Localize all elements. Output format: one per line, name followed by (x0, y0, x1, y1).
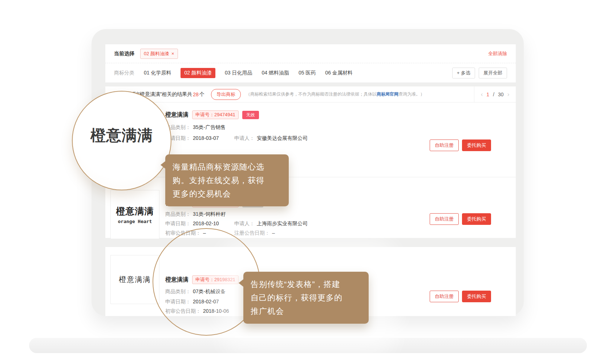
application-number-label: 申请号： (195, 112, 214, 117)
field-label: 申请人： (234, 221, 255, 226)
multi-select-button[interactable]: + 多选 (452, 68, 475, 78)
page-divider: / (493, 92, 494, 97)
category-row: 商标分类 01 化学原料 02 颜料油漆 03 日化用品 04 燃料油脂 05 … (105, 63, 516, 82)
self-register-button[interactable]: 自助注册 (430, 139, 459, 151)
category-row-label: 商标分类 (114, 70, 134, 76)
apply-date-field: 申请日期：2018-02-10 申请人：上海雨步实业有限公司 (165, 220, 407, 227)
trademark-name: 橙意满满 (165, 111, 189, 119)
field-label: 商品类别： (165, 211, 191, 217)
category-item-01[interactable]: 01 化学原料 (144, 70, 171, 76)
trademark-office-link[interactable]: 商标局官网 (377, 92, 398, 97)
prev-page-icon[interactable]: ‹ (481, 91, 483, 98)
self-register-button[interactable]: 自助注册 (430, 291, 459, 302)
disclaimer-pre: （商标检索结果仅供参考，不作为商标能否注册的法律依据；具体以 (246, 92, 377, 97)
field-label: 申请日期： (165, 221, 191, 226)
category-item-03[interactable]: 03 日化用品 (225, 70, 252, 76)
thumbnail-text: 橙意满满 (116, 205, 154, 217)
registration-publication-field: 注册公告日期：– (234, 229, 275, 236)
category-actions: + 多选 展开全部 (452, 68, 507, 78)
field-value: 2018-03-07 (193, 135, 219, 141)
selected-filter-tag[interactable]: 02 颜料油漆 × (140, 49, 178, 59)
field-label: 注册公告日期： (234, 230, 270, 236)
application-number-tag: 申请号：29474941 (192, 110, 239, 119)
category-field: 商品类别：35类-广告销售 (165, 124, 407, 131)
status-badge: 无效 (242, 111, 259, 119)
magnified-trademark-text: 橙意满满 (90, 125, 153, 146)
current-selection-label: 当前选择 (114, 50, 134, 57)
row-actions: 自助注册 委托购买 (430, 213, 491, 225)
category-item-05[interactable]: 05 医药 (299, 70, 316, 76)
category-item-02-active[interactable]: 02 颜料油漆 (181, 68, 215, 78)
row-actions: 自助注册 委托购买 (430, 139, 491, 151)
field-value: 安徽美达会展有限公司 (257, 135, 308, 141)
pagination: ‹ 1 / 30 › (474, 86, 516, 102)
field-value: 35类-广告销售 (193, 124, 226, 130)
filter-panel: 当前选择 02 颜料油漆 × 全部清除 商标分类 01 化学原料 02 颜料油漆… (105, 44, 516, 82)
total-pages: 30 (498, 92, 504, 97)
selected-filter-tag-label: 02 颜料油漆 (144, 50, 169, 57)
results-count: 28 (193, 92, 199, 97)
row-actions: 自助注册 委托购买 (430, 291, 491, 302)
field-value: 2018-02-10 (193, 221, 219, 226)
category-field: 商品类别：31类-饲料种籽 (165, 210, 407, 218)
field-value: 上海雨步实业有限公司 (257, 221, 308, 226)
category-item-06[interactable]: 06 金属材料 (325, 70, 352, 76)
apply-date-field: 申请日期：2018-03-07 申请人：安徽美达会展有限公司 (165, 134, 407, 142)
callout-tooltip-promote: 告别传统“发表格”，搭建 自己的标行，获得更多的 推广机会 (243, 272, 369, 324)
next-page-icon[interactable]: › (507, 91, 510, 98)
thumbnail-text: 橙意满满 (119, 275, 151, 284)
thumbnail-subtext: orange Heart (118, 219, 152, 224)
remove-tag-icon[interactable]: × (171, 51, 174, 56)
applicant-field: 申请人：安徽美达会展有限公司 (234, 134, 308, 142)
field-value: – (272, 230, 275, 236)
export-trademark-button[interactable]: 导出商标 (211, 89, 241, 100)
category-item-04[interactable]: 04 燃料油脂 (262, 70, 289, 76)
results-unit: 个 (199, 91, 204, 98)
expand-all-button[interactable]: 展开全部 (479, 68, 507, 78)
applicant-field: 申请人：上海雨步实业有限公司 (234, 220, 308, 227)
page: 当前选择 02 颜料油漆 × 全部清除 商标分类 01 化学原料 02 颜料油漆… (0, 0, 616, 364)
trademark-thumbnail: 橙意满满 orange Heart (110, 190, 159, 239)
entrust-buy-button[interactable]: 委托购买 (462, 291, 491, 302)
entrust-buy-button[interactable]: 委托购买 (462, 139, 491, 151)
current-page: 1 (486, 92, 489, 97)
results-header: 为您检索到“橙意满满”相关的结果共28 个 导出商标 （商标检索结果仅供参考，不… (105, 86, 516, 102)
field-value: 31类-饲料种籽 (193, 211, 226, 217)
clear-all-link[interactable]: 全部清除 (488, 50, 507, 57)
magnifier-circle-top: 橙意满满 (72, 91, 171, 190)
current-selection-row: 当前选择 02 颜料油漆 × 全部清除 (105, 44, 516, 63)
disclaimer-suffix: 查询为准。） (398, 92, 425, 97)
entrust-buy-button[interactable]: 委托购买 (462, 213, 491, 225)
trademark-thumbnail: 橙意满满 (110, 255, 159, 304)
callout-tooltip-trade: 海量精品商标资源随心选 购。支持在线交易，获得 更多的交易机会 (165, 154, 289, 206)
application-number-value: 29474941 (214, 112, 235, 117)
trademark-title-line: 橙意满满 申请号：29474941 无效 (165, 110, 259, 119)
self-register-button[interactable]: 自助注册 (430, 213, 459, 225)
disclaimer-text: （商标检索结果仅供参考，不作为商标能否注册的法律依据；具体以商标局官网查询为准。… (246, 91, 425, 97)
field-label: 申请人： (234, 135, 255, 141)
